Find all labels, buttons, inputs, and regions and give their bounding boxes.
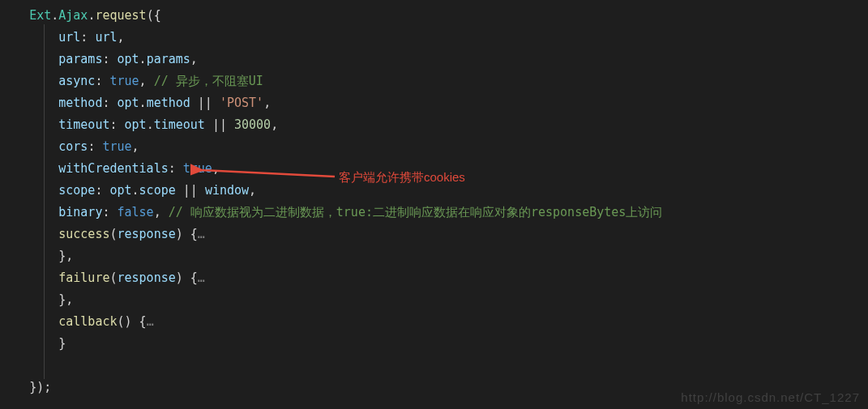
token-var: scope bbox=[139, 183, 176, 198]
code-line: scope: opt.scope || window, bbox=[0, 183, 256, 198]
token-brace: } bbox=[58, 336, 66, 351]
token-brace: }, bbox=[58, 292, 73, 307]
token-comment: // 响应数据视为二进制数据，true:二进制响应数据在响应对象的respons… bbox=[169, 205, 663, 219]
token-func: failure bbox=[58, 271, 109, 285]
token-keyword: true bbox=[183, 161, 212, 176]
code-line: url: url, bbox=[0, 30, 125, 45]
code-line: method: opt.method || 'POST', bbox=[0, 96, 271, 110]
token-keyword: false bbox=[118, 205, 154, 219]
token-var: method bbox=[147, 96, 190, 110]
token-type: Ext bbox=[29, 8, 51, 23]
token-close: }); bbox=[29, 380, 51, 394]
token-brace: }, bbox=[58, 249, 73, 263]
token-func: request bbox=[95, 8, 146, 23]
token-func: success bbox=[58, 227, 109, 241]
token-var: response bbox=[118, 227, 176, 241]
code-line: } bbox=[0, 336, 66, 351]
token-prop: withCredentials bbox=[58, 161, 168, 176]
token-number: 30000 bbox=[234, 117, 271, 132]
code-line: success(response) {… bbox=[0, 227, 205, 241]
token-var: opt bbox=[125, 117, 147, 132]
code-line: Ext.Ajax.request({ bbox=[0, 8, 161, 23]
token-var: params bbox=[147, 52, 190, 66]
token-prop: scope bbox=[58, 183, 95, 198]
token-prop: timeout bbox=[58, 117, 109, 132]
token-var: url bbox=[95, 30, 117, 45]
code-line: binary: false, // 响应数据视为二进制数据，true:二进制响应… bbox=[0, 205, 662, 219]
code-line: }, bbox=[0, 249, 73, 263]
token-var: response bbox=[118, 271, 176, 285]
token-keyword: true bbox=[102, 139, 131, 154]
token-func: callback bbox=[58, 314, 117, 329]
code-block: Ext.Ajax.request({ url: url, params: opt… bbox=[0, 0, 868, 398]
token-type: Ajax bbox=[58, 8, 88, 23]
fold-dots-icon[interactable]: … bbox=[198, 227, 205, 241]
token-var: window bbox=[205, 183, 249, 198]
token-var: opt bbox=[109, 183, 131, 198]
token-var: opt bbox=[118, 96, 139, 110]
token-comment: // 异步，不阻塞UI bbox=[154, 74, 263, 88]
token-prop: cors bbox=[58, 139, 88, 154]
code-line: timeout: opt.timeout || 30000, bbox=[0, 117, 278, 132]
token-var: timeout bbox=[154, 117, 205, 132]
token-string: 'POST' bbox=[220, 96, 263, 110]
code-line: withCredentials: true, bbox=[0, 161, 220, 176]
code-line: callback() {… bbox=[0, 314, 154, 329]
code-line: failure(response) {… bbox=[0, 271, 205, 285]
token-var: opt bbox=[118, 52, 139, 66]
fold-dots-icon[interactable]: … bbox=[147, 314, 154, 329]
code-line: }); bbox=[0, 380, 51, 394]
token-keyword: true bbox=[109, 74, 139, 88]
token-prop: params bbox=[58, 52, 102, 66]
code-line: async: true, // 异步，不阻塞UI bbox=[0, 74, 263, 88]
code-line: params: opt.params, bbox=[0, 52, 198, 66]
code-line: }, bbox=[0, 292, 73, 307]
token-prop: method bbox=[58, 96, 102, 110]
indent-guide bbox=[44, 24, 45, 379]
token-prop: async bbox=[58, 74, 95, 88]
token-prop: binary bbox=[58, 205, 102, 219]
code-line bbox=[0, 358, 7, 373]
code-line: cors: true, bbox=[0, 139, 139, 154]
fold-dots-icon[interactable]: … bbox=[198, 271, 205, 285]
token-prop: url bbox=[58, 30, 80, 45]
